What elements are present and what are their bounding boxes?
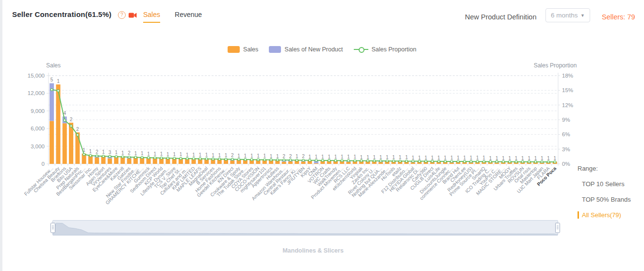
gridlines	[49, 76, 558, 149]
datazoom-left-handle[interactable]	[50, 223, 55, 233]
svg-text:1: 1	[528, 156, 530, 161]
svg-text:1: 1	[354, 154, 357, 159]
page-title: Seller Concentration(61.5%)	[12, 10, 112, 18]
svg-text:1: 1	[360, 155, 363, 160]
svg-text:1: 1	[237, 153, 240, 159]
svg-text:18%: 18%	[562, 73, 573, 79]
datazoom-preview	[53, 221, 558, 235]
range-option-top-10-sellers[interactable]: TOP 10 Sellers	[578, 180, 631, 188]
svg-text:1: 1	[399, 155, 402, 160]
svg-text:1: 1	[341, 154, 344, 159]
svg-text:1: 1	[328, 154, 330, 159]
svg-text:1: 1	[250, 153, 253, 159]
svg-text:1: 1	[160, 151, 163, 157]
dropdown-value: 6 months	[551, 12, 578, 19]
svg-text:1: 1	[212, 153, 215, 158]
svg-text:2: 2	[76, 127, 79, 132]
tab-sales[interactable]: Sales	[143, 11, 160, 23]
range-option-all-sellers-79-[interactable]: All Sellers(79)	[578, 211, 631, 219]
svg-text:1: 1	[502, 156, 505, 161]
video-tutorial-icon[interactable]	[129, 12, 137, 20]
bar-sales	[230, 160, 234, 164]
svg-text:2: 2	[128, 150, 131, 156]
svg-text:1: 1	[334, 154, 337, 159]
left-axis-title: Sales	[46, 62, 61, 69]
svg-text:1: 1	[315, 154, 318, 159]
legend-item-sales-proportion[interactable]: Sales Proportion	[354, 46, 416, 53]
bar-sales	[95, 158, 99, 164]
sales-bars[interactable]	[50, 83, 557, 164]
svg-text:12,000: 12,000	[28, 90, 45, 96]
svg-text:1: 1	[470, 155, 473, 160]
svg-text:1: 1	[192, 152, 195, 158]
svg-text:1: 1	[437, 155, 440, 160]
tab-revenue[interactable]: Revenue	[175, 11, 202, 23]
range-option-top-50-brands[interactable]: TOP 50% Brands	[578, 196, 631, 203]
svg-text:1: 1	[309, 154, 312, 159]
svg-text:1: 1	[515, 156, 518, 161]
bar-sales	[301, 161, 306, 164]
bar-sales	[288, 161, 293, 164]
svg-text:1: 1	[244, 153, 247, 159]
category-label: Mandolines & Slicers	[0, 247, 626, 254]
svg-text:1: 1	[463, 155, 466, 160]
svg-text:1: 1	[425, 155, 428, 160]
svg-text:2: 2	[289, 154, 292, 159]
svg-text:1: 1	[495, 156, 498, 161]
svg-text:2: 2	[282, 154, 285, 159]
svg-text:3: 3	[108, 150, 111, 155]
svg-text:1: 1	[263, 153, 266, 159]
svg-text:1: 1	[115, 150, 118, 155]
bar-sales	[347, 162, 351, 164]
help-icon[interactable]: ?	[118, 11, 126, 19]
svg-text:1: 1	[405, 155, 408, 160]
svg-text:Fullstar Housew...: Fullstar Housew...	[23, 166, 54, 197]
range-panel: Range: TOP 10 SellersTOP 50% BrandsAll S…	[578, 165, 631, 227]
svg-text:2: 2	[302, 154, 305, 159]
svg-text:1: 1	[173, 152, 176, 157]
bar-sales	[108, 159, 112, 164]
svg-text:1: 1	[509, 156, 512, 161]
svg-text:1: 1	[534, 156, 537, 161]
svg-text:0%: 0%	[562, 161, 570, 167]
legend-swatch-icon	[228, 46, 240, 53]
svg-text:0: 0	[42, 161, 45, 167]
svg-text:1: 1	[89, 149, 92, 154]
datazoom-right-handle[interactable]	[555, 223, 560, 233]
legend-item-sales[interactable]: Sales	[228, 46, 258, 53]
bar-sales	[63, 123, 67, 164]
sales-proportion-line	[50, 89, 556, 163]
svg-text:12%: 12%	[562, 102, 573, 108]
bar-sales	[282, 162, 286, 164]
svg-text:6,000: 6,000	[31, 126, 45, 131]
svg-text:1: 1	[166, 152, 169, 157]
svg-text:1: 1	[541, 156, 544, 161]
seller-concentration-chart: 15,00012,0009,0006,0003,000018%15%12%9%6…	[0, 61, 607, 220]
legend-line-marker-icon	[354, 46, 368, 53]
svg-text:1: 1	[476, 155, 479, 160]
svg-text:15,000: 15,000	[28, 73, 45, 79]
new-product-definition-select[interactable]: 6 months ▼	[545, 8, 590, 22]
svg-text:1: 1	[386, 155, 389, 160]
svg-text:1: 1	[489, 156, 492, 161]
svg-text:1: 1	[147, 151, 150, 157]
svg-text:9%: 9%	[562, 117, 570, 123]
legend-item-sales-of-new-product[interactable]: Sales of New Product	[269, 46, 343, 53]
svg-text:1: 1	[373, 155, 376, 160]
svg-text:1: 1	[444, 155, 447, 160]
bar-sales	[127, 159, 132, 164]
legend-label: Sales Proportion	[372, 46, 416, 53]
svg-text:2: 2	[96, 149, 99, 155]
svg-text:1: 1	[457, 155, 460, 160]
svg-text:15%: 15%	[562, 87, 573, 93]
svg-text:1: 1	[482, 155, 485, 160]
svg-text:1: 1	[225, 153, 228, 158]
datazoom-slider[interactable]	[52, 220, 558, 236]
svg-text:1: 1	[431, 155, 434, 160]
svg-text:1: 1	[450, 155, 453, 160]
svg-text:1: 1	[141, 151, 144, 156]
bar-sales	[75, 132, 80, 164]
svg-text:2: 2	[231, 153, 234, 158]
svg-text:4: 4	[63, 111, 66, 116]
svg-text:3,000: 3,000	[31, 143, 45, 149]
